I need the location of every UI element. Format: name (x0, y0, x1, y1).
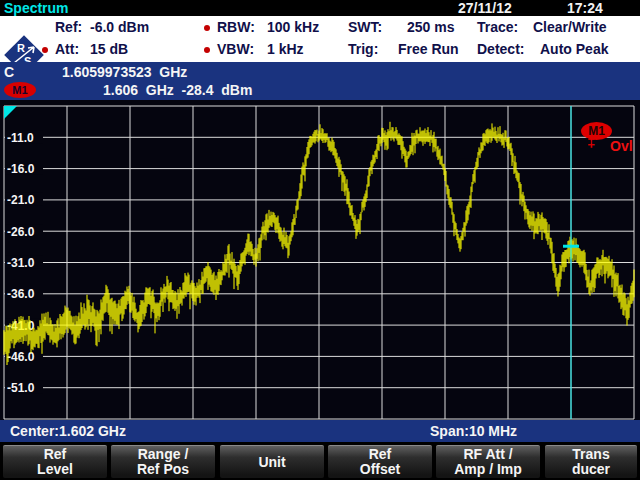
rbw-value: 100 kHz (267, 19, 319, 36)
rbw-changed-dot (204, 25, 210, 31)
ref-level-label: Ref: (55, 19, 82, 36)
detector-label: Detect: (477, 41, 524, 58)
svg-text:R: R (17, 42, 25, 54)
trigger-value: Free Run (398, 41, 459, 58)
ref-position-triangle-icon (4, 106, 17, 119)
marker-readout-bar: C 1.6059973523 GHz M1 1.606 GHz -28.4 dB… (0, 62, 640, 100)
trace-mode-value: Clear/Write (533, 19, 607, 36)
softkey-rf-att-amp-imp[interactable]: RF Att /Amp / Imp (436, 445, 540, 478)
span-value: Span:10 MHz (430, 423, 517, 439)
center-frequency: Center:1.602 GHz (10, 423, 126, 439)
mode-title: Spectrum (4, 0, 69, 16)
marker-m1-flag[interactable]: M1 (581, 122, 612, 140)
marker-m1-badge: M1 (4, 82, 36, 98)
trace-plot: -11.0 -16.0 -21.0 -26.0 -31.0 -36.0 -41.… (0, 100, 640, 420)
marker-m1-readout: 1.606 GHz -28.4 dBm (103, 81, 252, 99)
y-axis-label: -16.0 (7, 162, 35, 176)
softkey-bar: RefLevel Range /Ref Pos Unit RefOffset R… (0, 443, 640, 480)
softkey-transducer[interactable]: Transducer (545, 445, 637, 478)
vbw-label: VBW: (217, 41, 254, 58)
y-axis-label: -36.0 (7, 287, 35, 301)
attenuation-value: 15 dB (90, 41, 128, 58)
spectrum-analyzer-screen: Spectrum 27/11/12 17:24 R S Ref: -6.0 dB… (0, 0, 640, 480)
softkey-ref-level[interactable]: RefLevel (3, 445, 107, 478)
vbw-value: 1 kHz (267, 41, 304, 58)
grid-lines (4, 106, 634, 419)
attenuation-label: Att: (55, 41, 79, 58)
softkey-unit[interactable]: Unit (220, 445, 324, 478)
att-changed-dot (42, 47, 48, 53)
y-axis-label: -51.0 (7, 381, 35, 395)
softkey-ref-offset[interactable]: RefOffset (328, 445, 432, 478)
y-axis-label: -11.0 (7, 131, 34, 145)
title-bar: Spectrum 27/11/12 17:24 (0, 0, 640, 16)
date-display: 27/11/12 (458, 0, 512, 16)
rbw-label: RBW: (217, 19, 255, 36)
frequency-counter-value: 1.6059973523 GHz (62, 63, 187, 81)
frequency-counter-label: C (4, 63, 14, 81)
trace-mode-label: Trace: (477, 19, 518, 36)
y-axis-label: -26.0 (7, 225, 35, 239)
detector-value: Auto Peak (540, 41, 608, 58)
frequency-status-bar: Center:1.602 GHz Span:10 MHz (0, 420, 640, 442)
vbw-changed-dot (204, 47, 210, 53)
sweep-time-label: SWT: (348, 19, 382, 36)
spectrum-chart: -11.0 -16.0 -21.0 -26.0 -31.0 -36.0 -41.… (0, 100, 640, 420)
trigger-label: Trig: (348, 41, 378, 58)
overload-warning: Ovl (610, 138, 633, 154)
y-axis-label: -31.0 (7, 256, 35, 270)
sweep-time-value: 250 ms (407, 19, 454, 36)
time-display: 17:24 (567, 0, 603, 16)
ref-level-value: -6.0 dBm (90, 19, 149, 36)
settings-panel: R S Ref: -6.0 dBm Att: 15 dB RBW: 100 kH… (0, 16, 640, 62)
y-axis-label: -21.0 (7, 193, 35, 207)
softkey-range-ref-pos[interactable]: Range /Ref Pos (111, 445, 215, 478)
